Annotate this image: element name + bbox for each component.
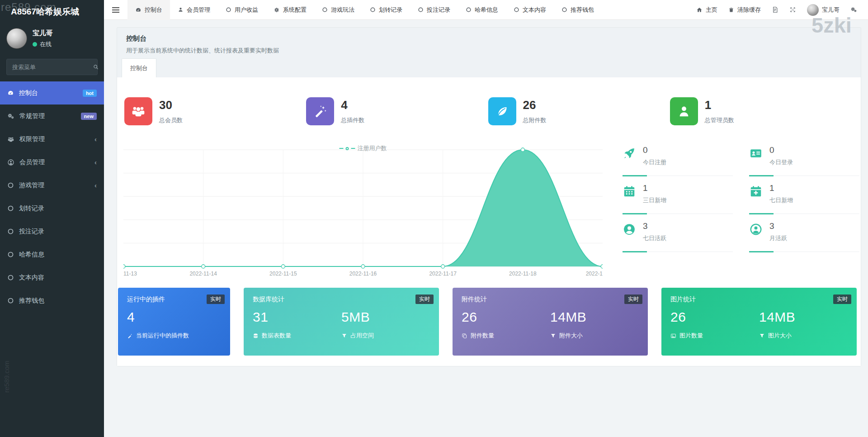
- sidebar-item-general[interactable]: 常规管理 new: [0, 104, 104, 128]
- dashboard-icon: [7, 90, 14, 96]
- circle-icon: [561, 7, 567, 13]
- stat-total-admins: 1 总管理员数: [670, 97, 852, 125]
- sidebar-item-referral-wallet[interactable]: 推荐钱包: [0, 289, 104, 312]
- circle-icon: [7, 205, 14, 212]
- online-dot-icon: [33, 42, 37, 47]
- user-status-label: 在线: [40, 40, 52, 48]
- card-value: 31: [253, 309, 341, 325]
- stat-value: 26: [523, 98, 547, 112]
- nav-item-label: 划转记录: [379, 6, 402, 14]
- registrations-chart: 11-132022-11-142022-11-152022-11-162022-…: [123, 143, 603, 279]
- chart-legend[interactable]: 注册用户数: [340, 144, 387, 152]
- circle-icon: [7, 251, 14, 258]
- tab-dashboard[interactable]: 控制台: [122, 58, 156, 77]
- sidebar: A8567哈希娱乐城 宝儿哥 在线 控制台 hot: [0, 0, 104, 437]
- sidebar-item-dashboard[interactable]: 控制台 hot: [0, 81, 104, 104]
- settings-button[interactable]: [845, 0, 863, 20]
- chevron-left-icon: ‹: [94, 135, 97, 143]
- sidebar-item-text-content[interactable]: 文本内容: [0, 266, 104, 289]
- sidebar-search: [6, 59, 98, 75]
- circle-icon: [7, 182, 14, 189]
- id-card-icon: [749, 147, 763, 176]
- user-status: 在线: [33, 40, 53, 48]
- nav-item-bets[interactable]: 投注记录: [410, 0, 458, 20]
- circle-icon: [7, 274, 14, 281]
- card-attachment-stats: 附件统计 实时 26 附件数量 14MB: [453, 288, 648, 356]
- svg-text:2022-1: 2022-1: [586, 271, 603, 277]
- clear-cache-button[interactable]: 清除缓存: [723, 0, 766, 20]
- tab-bar: 控制台: [117, 58, 861, 77]
- chevron-left-icon: ‹: [94, 181, 97, 189]
- sidebar-item-label: 常规管理: [19, 112, 45, 120]
- sidebar-item-members[interactable]: 会员管理 ‹: [0, 151, 104, 174]
- sidebar-item-transfers[interactable]: 划转记录: [0, 197, 104, 220]
- circle-icon: [7, 228, 14, 235]
- mini-stat-7day-active: 3 七日活跃: [623, 214, 733, 252]
- avatar[interactable]: [6, 28, 27, 49]
- card-footer-label: 附件数量: [471, 332, 494, 340]
- user-circle-icon: [7, 159, 14, 166]
- mini-stat-value: 1: [769, 183, 793, 193]
- mini-stat-label: 今日注册: [643, 158, 666, 166]
- nav-item-user-earnings[interactable]: 用户收益: [218, 0, 266, 20]
- sidebar-item-label: 划转记录: [19, 204, 44, 213]
- circle-icon: [418, 7, 424, 13]
- legend-marker-icon: [346, 147, 349, 150]
- legend-line-icon: [351, 148, 355, 149]
- chevron-left-icon: ‹: [94, 158, 97, 166]
- user-name: 宝儿哥: [33, 29, 53, 38]
- user-panel: 宝儿哥 在线: [0, 24, 104, 55]
- card-footer-label: 当前运行中的插件数: [136, 332, 189, 340]
- sidebar-item-games[interactable]: 游戏管理 ‹: [0, 174, 104, 197]
- nav-item-label: 推荐钱包: [571, 6, 594, 14]
- nav-item-system-config[interactable]: 系统配置: [266, 0, 314, 20]
- mini-stat-value: 0: [643, 145, 666, 155]
- sidebar-item-label: 会员管理: [19, 158, 45, 166]
- card-footer-label: 附件大小: [559, 332, 583, 340]
- circle-icon: [514, 7, 519, 13]
- calendar-icon: [623, 185, 636, 214]
- mini-stat-month-active: 3 月活跃: [749, 214, 859, 252]
- nav-item-label: 控制台: [145, 6, 162, 14]
- card-title: 数据库统计: [253, 295, 430, 304]
- hamburger-icon[interactable]: [104, 7, 127, 13]
- calendar-plus-icon: [749, 185, 763, 214]
- page-title: 控制台: [126, 34, 852, 43]
- search-icon[interactable]: [93, 64, 99, 70]
- nav-item-transfers[interactable]: 划转记录: [362, 0, 410, 20]
- stat-label: 总管理员数: [705, 116, 734, 124]
- nav-item-members[interactable]: 会员管理: [170, 0, 218, 20]
- magic-wand-icon: [127, 333, 133, 339]
- mini-stat-label: 月活跃: [769, 234, 787, 242]
- mini-stat-value: 3: [769, 221, 787, 231]
- nav-item-text-content[interactable]: 文本内容: [506, 0, 554, 20]
- language-button[interactable]: [766, 0, 784, 20]
- funnel-icon: [759, 333, 765, 339]
- profile-username: 宝儿哥: [822, 6, 840, 14]
- nav-item-label: 游戏玩法: [331, 6, 354, 14]
- nav-item-hash-info[interactable]: 哈希信息: [458, 0, 506, 20]
- nav-item-game-play[interactable]: 游戏玩法: [314, 0, 362, 20]
- sidebar-item-bets[interactable]: 投注记录: [0, 220, 104, 243]
- svg-text:2022-11-16: 2022-11-16: [349, 271, 377, 277]
- nav-item-dashboard[interactable]: 控制台: [127, 0, 170, 20]
- search-input[interactable]: [11, 63, 93, 71]
- stat-value: 4: [341, 98, 364, 112]
- summary-cards-row: 运行中的插件 实时 4 当前运行中的插件数 数据库统计: [118, 288, 857, 356]
- sidebar-menu: 控制台 hot 常规管理 new 权限管理 ‹ 会员管理 ‹ 游戏管理: [0, 81, 104, 312]
- sidebar-item-permissions[interactable]: 权限管理 ‹: [0, 128, 104, 151]
- profile-menu[interactable]: 宝儿哥: [802, 0, 845, 20]
- card-value: 26: [462, 309, 550, 325]
- card-value: 4: [127, 309, 216, 325]
- fullscreen-button[interactable]: [784, 0, 802, 20]
- sidebar-item-label: 权限管理: [19, 135, 45, 143]
- stat-label: 总插件数: [341, 116, 364, 124]
- circle-icon: [370, 7, 376, 13]
- home-button[interactable]: 主页: [691, 0, 723, 20]
- trash-icon: [728, 7, 734, 13]
- card-title: 图片统计: [670, 295, 848, 304]
- nav-item-referral-wallet[interactable]: 推荐钱包: [554, 0, 602, 20]
- page-subtitle: 用于展示当前系统中的统计数据、统计报表及重要实时数据: [126, 47, 852, 55]
- sidebar-item-hash-info[interactable]: 哈希信息: [0, 243, 104, 266]
- registrations-chart-container: 注册用户数 11-132022-11-142022-11-152022-11-1…: [123, 143, 603, 279]
